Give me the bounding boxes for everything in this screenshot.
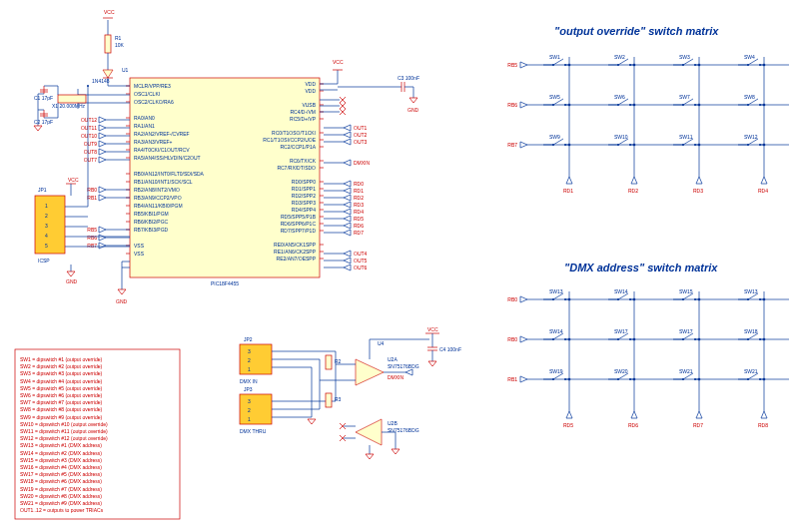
svg-text:SW7 = dipswitch #7 (output ove: SW7 = dipswitch #7 (output override) (20, 399, 102, 405)
svg-text:SW9: SW9 (549, 134, 560, 140)
svg-point-400 (617, 378, 619, 380)
gnd-xtal (34, 126, 42, 131)
svg-text:1: 1 (248, 366, 251, 372)
svg-text:RD0: RD0 (354, 181, 364, 187)
svg-point-389 (763, 338, 766, 341)
svg-text:SW13: SW13 (744, 288, 758, 294)
svg-point-267 (552, 104, 554, 106)
svg-point-284 (698, 104, 701, 107)
svg-text:SW4 = dipswitch #4 (output ove: SW4 = dipswitch #4 (output override) (20, 378, 102, 384)
svg-point-410 (698, 378, 701, 381)
svg-text:SW20 = dipswitch #8 (DMX addre: SW20 = dipswitch #8 (DMX address) (20, 493, 102, 499)
svg-text:SW20: SW20 (614, 368, 628, 374)
svg-text:VSS: VSS (134, 251, 145, 257)
svg-text:SW14: SW14 (614, 288, 628, 294)
svg-text:OUT1: OUT1 (354, 125, 368, 131)
ic-ref: U1 (122, 67, 129, 73)
svg-text:SW13 = dipswitch #1 (DMX addre: SW13 = dipswitch #1 (DMX address) (20, 442, 102, 448)
svg-point-274 (617, 104, 619, 106)
svg-text:RD0/SPP0: RD0/SPP0 (292, 179, 316, 185)
svg-text:RD3/SPP3: RD3/SPP3 (292, 200, 316, 206)
svg-text:SW8: SW8 (744, 94, 755, 100)
svg-point-270 (568, 104, 571, 107)
svg-point-365 (552, 338, 554, 340)
svg-text:2: 2 (45, 213, 48, 219)
svg-text:SW6: SW6 (614, 94, 625, 100)
svg-text:OSC1/CLKI: OSC1/CLKI (134, 91, 160, 97)
svg-text:SW19: SW19 (549, 368, 563, 374)
svg-text:4: 4 (45, 233, 48, 239)
svg-text:SW14: SW14 (549, 328, 563, 334)
svg-text:OUT10: OUT10 (81, 133, 97, 139)
svg-text:SW18 = dipswitch #6 (DMX addre: SW18 = dipswitch #6 (DMX address) (20, 478, 102, 484)
jp2-name: JP2 (244, 336, 253, 342)
svg-text:OUT8: OUT8 (84, 149, 98, 155)
r1-ref: R1 (115, 35, 122, 41)
svg-text:RA3/AN3/VREF+: RA3/AN3/VREF+ (134, 139, 173, 145)
dmx-matrix: RB0RB0RB1RD5RD6RD7RD8SW13SW14SW15SW13SW1… (507, 288, 789, 428)
svg-text:VDD: VDD (305, 81, 316, 87)
svg-text:RB5/KBI1/PGM: RB5/KBI1/PGM (134, 211, 169, 217)
svg-text:RD6: RD6 (354, 223, 364, 229)
jp3 (240, 394, 272, 424)
u2a-ref: U2A (388, 356, 398, 362)
svg-text:RA2/AN2/VREF-/CVREF: RA2/AN2/VREF-/CVREF (134, 131, 190, 137)
svg-text:RD2/SPP2: RD2/SPP2 (292, 193, 316, 199)
svg-point-137 (87, 85, 89, 87)
svg-text:RB4/AN11/KBI0/PGM: RB4/AN11/KBI0/PGM (134, 203, 183, 209)
c1: C1 17pF (34, 95, 53, 101)
svg-point-295 (552, 144, 554, 146)
svg-point-351 (682, 298, 684, 300)
svg-text:RE2/AN7/OESPP: RE2/AN7/OESPP (277, 256, 317, 262)
ic-body (130, 78, 320, 277)
svg-text:RB6/KBI2/PGC: RB6/KBI2/PGC (134, 219, 169, 225)
svg-text:OUT7: OUT7 (84, 157, 98, 163)
svg-text:VUSB: VUSB (302, 102, 316, 108)
svg-text:OUT5: OUT5 (354, 258, 368, 264)
svg-point-414 (747, 378, 749, 380)
svg-point-260 (747, 64, 749, 66)
svg-marker-141 (67, 271, 75, 276)
svg-text:SW15 = dipswitch #3 (DMX addre: SW15 = dipswitch #3 (DMX address) (20, 457, 102, 463)
svg-text:SW14 = dipswitch #2 (DMX addre: SW14 = dipswitch #2 (DMX address) (20, 450, 102, 456)
dmx-vcc: VCC (427, 326, 438, 332)
right-nets: OUT1OUT2OUT3DMXINRD0RD1RD2RD3RD4RD5RD6RD… (324, 125, 371, 270)
svg-text:1: 1 (248, 416, 251, 422)
svg-text:SW21: SW21 (679, 368, 693, 374)
svg-text:RB1: RB1 (87, 195, 97, 201)
r3-label: R3 (335, 396, 342, 402)
svg-text:RD3: RD3 (693, 188, 703, 194)
svg-text:RD7: RD7 (693, 422, 703, 428)
r2-label: R2 (335, 358, 342, 364)
svg-text:SW16 = dipswitch #4 (DMX addre: SW16 = dipswitch #4 (DMX address) (20, 464, 102, 470)
jp1-sub: ICSP (38, 258, 50, 264)
svg-text:VSS: VSS (134, 243, 145, 249)
svg-point-239 (552, 64, 554, 66)
svg-text:SW17 = dipswitch #5 (DMX addre: SW17 = dipswitch #5 (DMX address) (20, 471, 102, 477)
svg-text:1: 1 (45, 203, 48, 209)
svg-point-246 (617, 64, 619, 66)
svg-text:SW12 = dipswitch #12 (output o: SW12 = dipswitch #12 (output override) (20, 435, 108, 441)
svg-text:RA1/AN1: RA1/AN1 (134, 123, 155, 129)
svg-text:RD5: RD5 (354, 216, 364, 222)
svg-text:RD5: RD5 (563, 422, 573, 428)
jp1-gnd: GND (66, 278, 78, 284)
svg-text:2: 2 (248, 357, 251, 363)
ic-gnd: GND (116, 298, 128, 304)
svg-text:5: 5 (45, 243, 48, 249)
svg-text:RD3: RD3 (354, 202, 364, 208)
c4: C4 100nF (439, 346, 461, 352)
override-matrix: RB5RB6RB7RD1RD2RD3RD4SW1SW2SW3SW4SW5SW6S… (507, 54, 789, 194)
svg-point-386 (747, 338, 749, 340)
svg-point-361 (763, 298, 766, 301)
svg-text:SW17: SW17 (679, 328, 693, 334)
svg-text:RD2: RD2 (354, 195, 364, 201)
dmx-title: "DMX address" switch matrix (564, 262, 718, 273)
r3 (326, 393, 332, 407)
svg-text:RE1/AN6/CK2SPP: RE1/AN6/CK2SPP (274, 249, 317, 255)
svg-text:3: 3 (248, 398, 251, 404)
svg-marker-215 (428, 361, 436, 366)
svg-text:SW7: SW7 (679, 94, 690, 100)
svg-point-298 (568, 144, 571, 147)
svg-text:OUT1..12 = outputs to power TR: OUT1..12 = outputs to power TRIACs (20, 507, 104, 513)
